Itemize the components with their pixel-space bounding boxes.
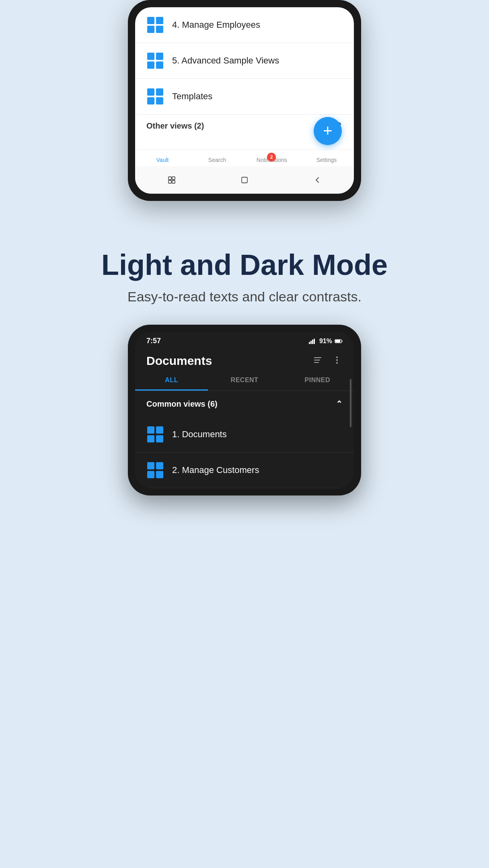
svg-rect-18 xyxy=(168,177,171,180)
item-templates-label: Templates xyxy=(172,91,212,102)
svg-rect-21 xyxy=(172,180,175,183)
scroll-indicator xyxy=(350,379,351,427)
dark-header-title: Documents xyxy=(146,354,212,368)
grid-icon xyxy=(146,426,164,443)
svg-point-32 xyxy=(336,356,338,358)
item-advanced-sample-views-label: 5. Advanced Sample Views xyxy=(172,55,279,66)
dark-phone-frame: 7:57 91% xyxy=(128,325,361,495)
svg-rect-28 xyxy=(335,340,341,342)
tab-pinned[interactable]: PINNED xyxy=(281,370,354,391)
sort-icon[interactable] xyxy=(313,354,324,367)
search-nav-label: Search xyxy=(208,157,226,163)
dark-app-header: Documents xyxy=(135,348,354,370)
dark-list-item[interactable]: 1. Documents xyxy=(135,417,354,452)
svg-rect-0 xyxy=(147,17,154,24)
svg-rect-37 xyxy=(147,435,154,442)
svg-point-34 xyxy=(336,362,338,364)
list-item[interactable]: 5. Advanced Sample Views xyxy=(135,43,354,79)
svg-rect-5 xyxy=(156,53,163,60)
top-phone-section: 4. Manage Employees 5. Advanced Sample V… xyxy=(0,0,489,225)
section-subtitle: Easy-to-read texts and clear contrasts. xyxy=(101,289,388,305)
grid-icon xyxy=(146,461,164,479)
dark-phone-screen: 7:57 91% xyxy=(135,332,354,488)
svg-rect-35 xyxy=(147,426,154,434)
light-dark-mode-section: Light and Dark Mode Easy-to-read texts a… xyxy=(69,225,420,325)
nav-item-vault[interactable]: Vault xyxy=(146,155,179,163)
svg-rect-22 xyxy=(242,177,247,183)
dark-tabs: ALL RECENT PINNED xyxy=(135,370,354,391)
nav-item-settings[interactable]: Settings xyxy=(310,155,343,163)
vault-nav-label: Vault xyxy=(156,157,169,163)
svg-rect-7 xyxy=(156,61,163,69)
nav-item-search[interactable]: Search xyxy=(201,155,233,163)
svg-rect-40 xyxy=(156,462,163,469)
svg-rect-24 xyxy=(310,341,312,344)
battery-text: 91% xyxy=(319,338,332,345)
svg-rect-9 xyxy=(156,88,163,96)
top-phone-screen: 4. Manage Employees 5. Advanced Sample V… xyxy=(135,7,354,194)
item-manage-employees-label: 4. Manage Employees xyxy=(172,20,260,30)
svg-rect-1 xyxy=(156,17,163,24)
android-recent-btn[interactable] xyxy=(164,173,179,187)
grid-icon xyxy=(146,88,164,105)
common-views-label: Common views (6) ⌃ xyxy=(135,391,354,417)
top-phone-frame: 4. Manage Employees 5. Advanced Sample V… xyxy=(128,0,361,201)
svg-rect-26 xyxy=(314,339,315,344)
svg-rect-39 xyxy=(147,462,154,469)
svg-rect-3 xyxy=(156,26,163,33)
collapse-icon[interactable]: ⌃ xyxy=(336,399,343,409)
status-icons: 91% xyxy=(309,338,343,345)
status-time: 7:57 xyxy=(146,337,161,345)
bottom-nav: Vault Search xyxy=(135,149,354,166)
svg-rect-4 xyxy=(147,53,154,60)
svg-rect-11 xyxy=(156,97,163,104)
svg-rect-42 xyxy=(156,471,163,478)
svg-rect-38 xyxy=(156,435,163,442)
svg-rect-2 xyxy=(147,26,154,33)
fab-button[interactable]: + xyxy=(314,117,342,145)
dark-header-actions xyxy=(313,354,343,367)
more-icon[interactable] xyxy=(331,354,343,367)
svg-rect-8 xyxy=(147,88,154,96)
list-item[interactable]: Templates xyxy=(135,79,354,115)
grid-icon xyxy=(146,16,164,34)
list-item[interactable]: 4. Manage Employees xyxy=(135,7,354,43)
svg-point-33 xyxy=(336,359,338,361)
tab-recent[interactable]: RECENT xyxy=(208,370,281,391)
svg-rect-36 xyxy=(156,426,163,434)
svg-rect-6 xyxy=(147,61,154,69)
notifications-badge: 2 xyxy=(267,153,276,162)
android-nav-bar xyxy=(135,166,354,194)
svg-rect-10 xyxy=(147,97,154,104)
grid-icon xyxy=(146,52,164,70)
bottom-phone-section: 7:57 91% xyxy=(0,325,489,495)
svg-rect-23 xyxy=(309,342,310,344)
svg-rect-19 xyxy=(168,180,171,183)
svg-rect-25 xyxy=(312,340,313,344)
dark-item-documents-label: 1. Documents xyxy=(172,429,227,440)
section-main-title: Light and Dark Mode xyxy=(101,249,388,281)
tab-all[interactable]: ALL xyxy=(135,370,208,391)
status-bar: 7:57 91% xyxy=(135,332,354,348)
settings-nav-label: Settings xyxy=(316,157,337,163)
svg-rect-41 xyxy=(147,471,154,478)
dark-list-item[interactable]: 2. Manage Customers xyxy=(135,452,354,488)
nav-item-notifications[interactable]: 2 Notifications xyxy=(256,155,288,163)
android-back-btn[interactable] xyxy=(310,173,325,187)
android-home-btn[interactable] xyxy=(237,173,252,187)
dark-item-manage-customers-label: 2. Manage Customers xyxy=(172,465,259,475)
svg-rect-20 xyxy=(172,177,175,180)
